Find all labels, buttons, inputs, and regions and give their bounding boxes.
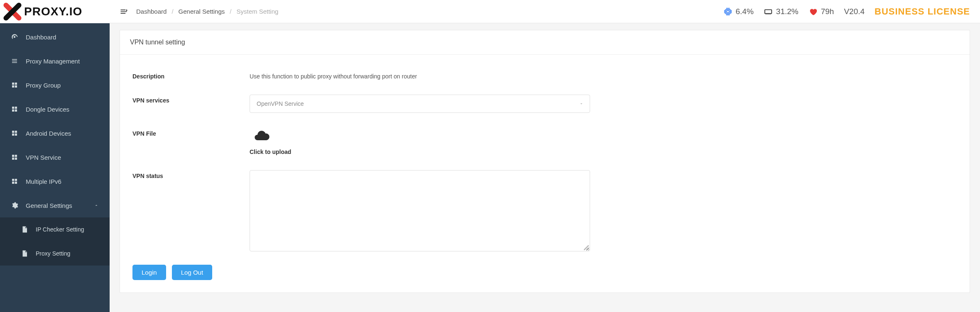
grid-icon (11, 154, 18, 161)
sidebar-item-label: Proxy Group (26, 82, 61, 89)
label-vpn-status: VPN status (132, 170, 240, 179)
vpn-status-textarea[interactable] (250, 170, 590, 251)
topbar-right: 6.4% 31.2% 79h V20.4 BUSINESS LICENSE (723, 6, 970, 17)
chevron-up-icon (94, 203, 99, 208)
select-value: OpenVPN Service (257, 100, 304, 107)
sidebar-item-vpn-service[interactable]: VPN Service (0, 145, 110, 169)
logout-button[interactable]: Log Out (172, 265, 212, 280)
ram-stat: 31.2% (764, 7, 799, 16)
ram-value: 31.2% (776, 7, 799, 16)
vpn-tunnel-card: VPN tunnel setting Description Use this … (120, 30, 970, 293)
cloud-upload-icon (250, 128, 274, 144)
sidebar-item-label: Android Devices (26, 130, 71, 137)
svg-rect-1 (727, 10, 729, 13)
vpn-services-select[interactable]: OpenVPN Service (250, 95, 590, 113)
sidebar-item-android-devices[interactable]: Android Devices (0, 121, 110, 145)
upload-label: Click to upload (250, 149, 291, 155)
main-content: VPN tunnel setting Description Use this … (110, 23, 980, 312)
sidebar-item-label: VPN Service (26, 154, 61, 161)
breadcrumb-general-settings[interactable]: General Settings (179, 8, 225, 15)
row-description: Description Use this function to public … (132, 65, 957, 89)
sidebar-item-proxy-management[interactable]: Proxy Management (0, 49, 110, 73)
sidebar-item-label: Dashboard (26, 34, 56, 41)
row-vpn-status: VPN status (132, 164, 957, 261)
grid-icon (11, 129, 18, 137)
logo-text: PROXY.IO (24, 5, 82, 18)
heart-icon (808, 7, 818, 16)
grid-icon (11, 81, 18, 89)
chevron-down-icon (579, 101, 584, 106)
sidebar-item-proxy-group[interactable]: Proxy Group (0, 73, 110, 97)
label-vpn-services: VPN services (132, 95, 240, 104)
sidebar: PROXY.IO Dashboard Proxy Management Prox… (0, 0, 110, 312)
sidebar-item-dongle-devices[interactable]: Dongle Devices (0, 97, 110, 121)
value-description: Use this function to public proxy withou… (250, 71, 417, 80)
sidebar-nav: Dashboard Proxy Management Proxy Group D… (0, 23, 110, 312)
logo-x-icon (2, 2, 22, 22)
list-icon (11, 57, 18, 65)
card-body: Description Use this function to public … (120, 55, 970, 292)
login-button[interactable]: Login (132, 265, 166, 280)
breadcrumb-sep: / (230, 8, 231, 15)
sidebar-item-dashboard[interactable]: Dashboard (0, 25, 110, 49)
sidebar-item-multiple-ipv6[interactable]: Multiple IPv6 (0, 169, 110, 193)
label-vpn-file: VPN File (132, 128, 240, 137)
cpu-icon (723, 7, 733, 16)
sidebar-item-label: Proxy Management (26, 58, 80, 65)
sidebar-item-label: Dongle Devices (26, 106, 69, 113)
menu-toggle-icon[interactable] (120, 7, 128, 16)
grid-icon (11, 105, 18, 113)
sidebar-subitem-proxy-setting[interactable]: Proxy Setting (0, 241, 110, 266)
grid-icon (11, 178, 18, 185)
ram-icon (764, 7, 773, 16)
uptime-value: 79h (821, 7, 834, 16)
gauge-icon (11, 33, 18, 41)
sidebar-item-general-settings[interactable]: General Settings (0, 193, 110, 217)
gear-icon (11, 202, 18, 209)
uptime-stat: 79h (808, 7, 834, 16)
cpu-value: 6.4% (736, 7, 754, 16)
file-icon (21, 250, 28, 257)
sidebar-subitem-ip-checker[interactable]: IP Checker Setting (0, 217, 110, 241)
upload-area[interactable]: Click to upload (250, 128, 291, 155)
topbar: Dashboard / General Settings / System Se… (110, 0, 980, 23)
breadcrumb-dashboard[interactable]: Dashboard (136, 8, 167, 15)
sidebar-item-label: IP Checker Setting (36, 226, 84, 233)
row-vpn-services: VPN services OpenVPN Service (132, 89, 957, 122)
logo[interactable]: PROXY.IO (0, 0, 110, 23)
resize-handle-icon (584, 245, 589, 250)
sidebar-item-label: General Settings (26, 202, 72, 209)
cpu-stat: 6.4% (723, 7, 754, 16)
card-actions: Login Log Out (132, 261, 957, 280)
label-description: Description (132, 71, 240, 80)
card-title: VPN tunnel setting (120, 30, 970, 55)
sidebar-item-label: Multiple IPv6 (26, 178, 61, 185)
license-badge: BUSINESS LICENSE (875, 6, 970, 17)
file-icon (21, 226, 28, 233)
version-text: V20.4 (844, 7, 865, 16)
svg-rect-0 (725, 9, 730, 14)
breadcrumb-sep: / (172, 8, 173, 15)
breadcrumb-current: System Setting (236, 8, 278, 15)
sidebar-item-label: Proxy Setting (36, 250, 70, 257)
sidebar-submenu: IP Checker Setting Proxy Setting (0, 217, 110, 266)
svg-rect-2 (765, 10, 772, 13)
row-vpn-file: VPN File Click to upload (132, 122, 957, 164)
breadcrumb: Dashboard / General Settings / System Se… (136, 8, 278, 15)
